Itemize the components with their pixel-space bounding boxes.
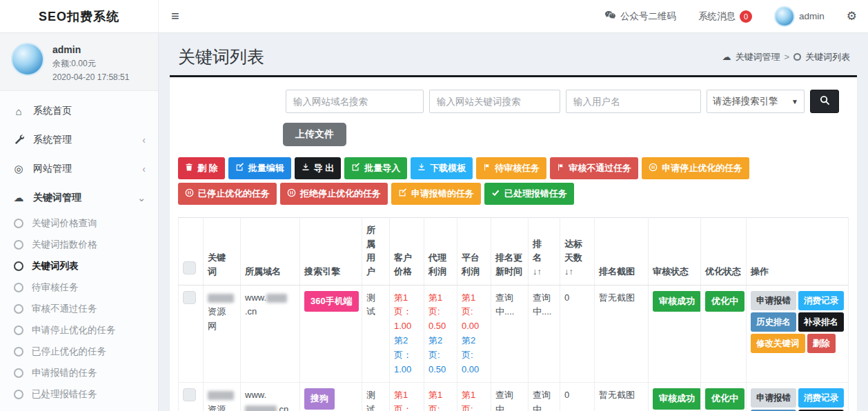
circle-icon [793,53,801,61]
upload-file-button[interactable]: 上传文件 [283,123,346,146]
header-days-sort[interactable]: 达标 天数 ↓↑ [560,218,595,285]
sidebar-item-keywords[interactable]: ☁ 关键词管理 ⌄ [0,183,158,212]
sidebar-item-website[interactable]: ◎ 网站管理 ‹ [0,154,158,183]
error-requested-tasks-button[interactable]: 申请报错的任务 [391,183,481,205]
sidebar-datetime: 2020-04-20 17:58:51 [52,72,129,82]
search-icon [820,95,830,108]
download-icon [417,163,426,174]
consumption-record-button[interactable]: 消费记录 [798,388,844,408]
stopped-tasks-button[interactable]: 已停止优化的任务 [178,183,277,205]
domain-cell: www..cn [241,383,300,411]
circle-dot-icon: ◎ [12,163,25,175]
chevron-down-icon: ⌄ [137,192,146,203]
sidebar-item-home[interactable]: ⌂ 系统首页 [0,97,158,126]
redacted-domain [245,405,277,411]
sidebar-item-keyword-price-query[interactable]: 关键词价格查询 [0,212,158,234]
submenu-label: 已停止优化的任务 [32,345,106,358]
chevron-left-icon: ‹ [142,134,146,146]
error-handled-tasks-button[interactable]: 已处理报错任务 [484,183,574,205]
engine-select[interactable]: 请选择搜索引擎 ▼ [707,90,805,113]
sidebar-item-keyword-index-price[interactable]: 关键词指数价格 [0,234,158,255]
history-rank-button[interactable]: 历史排名 [751,312,796,332]
user-menu[interactable]: admin [763,0,836,32]
sidebar-item-label: 系统首页 [33,105,72,117]
sidebar-item-stop-requested[interactable]: 申请停止优化的任务 [0,319,158,341]
sidebar-item-stopped[interactable]: 已停止优化的任务 [0,341,158,362]
bulk-edit-button[interactable]: 批量编辑 [228,157,291,179]
cloud-icon: ☁ [722,52,731,62]
sidebar-item-system[interactable]: 系统管理 ‹ [0,126,158,154]
rank-update-cell: 查询 中.... [491,285,529,383]
circle-icon [14,325,23,335]
app-logo[interactable]: SEO扣费系统 [0,0,159,32]
menu-toggle-icon[interactable]: ≡ [159,0,192,32]
agent-profit-cell: 第1 页: 0.50第2 页: 0.50 [424,383,457,411]
sidebar-item-error-requested[interactable]: 申请报错的任务 [0,362,158,383]
messages-label: 系统消息 [698,10,736,23]
platform-profit-cell: 第1 页: 0.00第2 页: 0.00 [457,383,491,411]
sidebar-item-keyword-list[interactable]: 关键词列表 [0,255,158,277]
report-error-button[interactable]: 申请报错 [751,388,796,408]
screenshot-cell: 暂无截图 [595,383,649,411]
sidebar-item-label: 系统管理 [33,134,72,146]
report-error-button[interactable]: 申请报错 [751,291,796,310]
supplement-rank-button[interactable]: 补录排名 [798,312,844,332]
messages-count-badge: 0 [740,10,752,23]
circle-icon [14,283,23,292]
search-button[interactable] [810,90,839,113]
stop-rejected-tasks-button[interactable]: 拒绝停止优化的任务 [280,183,388,205]
redacted-keyword [208,391,234,400]
flag-icon [557,163,564,174]
consumption-record-button[interactable]: 消费记录 [798,291,844,310]
row-checkbox[interactable] [183,388,196,401]
redacted-domain [266,294,287,303]
flag-icon [483,163,491,174]
header-domain: 所属域名 [241,218,300,285]
download-template-button[interactable]: 下载模板 [411,157,473,179]
pending-audit-tasks-button[interactable]: 待审核任务 [476,157,546,179]
audit-failed-tasks-button[interactable]: 审核不通过任务 [550,157,638,179]
engine-badge[interactable]: 360手机端 [304,291,359,312]
edit-icon [351,163,360,174]
caret-down-icon: ▼ [791,98,798,106]
gear-icon: ⚙ [847,9,857,23]
submenu-label: 待审核任务 [32,281,79,294]
header-select-all[interactable] [179,218,204,285]
submenu-label: 关键词价格查询 [32,217,97,230]
header-agent-profit: 代理 利润 [424,218,457,285]
domain-search-input[interactable] [286,90,424,113]
stop-requested-tasks-button[interactable]: 申请停止优化的任务 [642,157,749,179]
keyword-search-input[interactable] [429,90,560,113]
pause-circle-icon [185,188,194,199]
circle-icon [14,368,23,378]
sidebar-item-pending-audit[interactable]: 待审核任务 [0,277,158,298]
optimize-status-badge: 优化中 [705,291,744,312]
edit-keyword-button[interactable]: 修改关键词 [751,334,805,353]
sidebar-item-label: 关键词管理 [33,192,81,204]
bulk-import-button[interactable]: 批量导入 [344,157,407,179]
platform-profit-cell: 第1 页: 0.00第2 页: 0.00 [457,285,491,383]
breadcrumb-separator: > [784,52,789,62]
sidebar-item-audit-failed[interactable]: 审核不通过任务 [0,298,158,319]
header-audit-status: 审核状态 [649,218,701,285]
engine-badge[interactable]: 搜狗 [304,388,335,410]
header-rank-sort[interactable]: 排 名 ↓↑ [529,218,560,285]
sidebar-item-error-handled[interactable]: 已处理报错任务 [0,383,158,405]
keyword-cell: 资源 网 [204,285,241,383]
sidebar-item-label: 网站管理 [33,163,72,175]
row-checkbox[interactable] [183,291,196,304]
chevron-left-icon: ‹ [142,163,146,174]
delete-row-button[interactable]: 删除 [807,334,836,353]
sidebar-balance: 余额:0.00元 [52,58,129,70]
header-engine: 搜索引擎 [300,218,362,285]
messages-button[interactable]: 系统消息 0 [687,0,763,32]
settings-button[interactable]: ⚙ [836,0,868,32]
export-button[interactable]: 导 出 [295,157,342,179]
table-row: 资源 网 www..cn 搜狗 测 试 第1 页： 1.00第2 页： 1.00… [179,383,849,411]
username-search-input[interactable] [566,90,701,113]
qrcode-button[interactable]: 公众号二维码 [593,0,687,32]
select-all-checkbox[interactable] [183,261,196,274]
screenshot-cell: 暂无截图 [595,285,649,383]
delete-button[interactable]: 删 除 [178,157,225,179]
breadcrumb-parent[interactable]: 关键词管理 [735,51,780,63]
